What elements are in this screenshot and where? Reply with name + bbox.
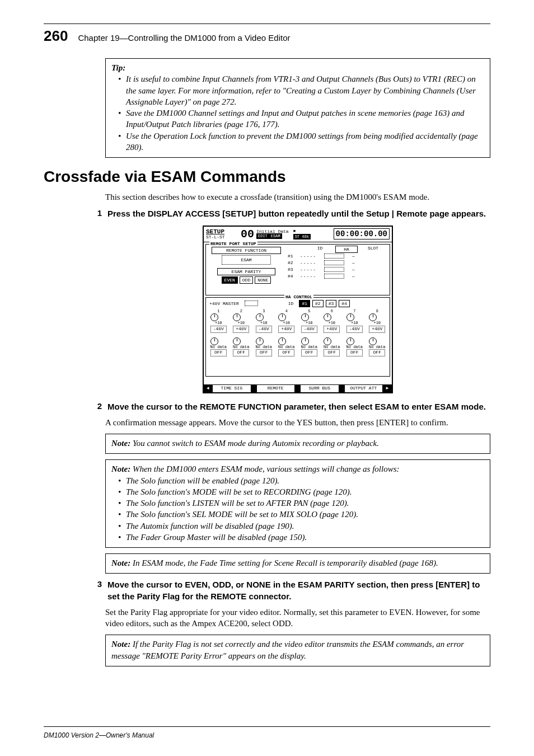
lcd-tab: TIME SIG xyxy=(213,385,251,392)
gain-knob xyxy=(210,313,218,321)
ha-header: HA xyxy=(335,246,358,253)
phantom-btn: -48V xyxy=(346,326,363,333)
ha-em: — xyxy=(352,260,355,265)
knob-num: 2 xyxy=(233,309,249,314)
knob-label: No data xyxy=(256,345,272,350)
note-text: If the Parity Flag is not set correctly … xyxy=(111,640,464,660)
tab-arrow-right: ► xyxy=(383,385,392,392)
off-btn: OFF xyxy=(369,349,385,356)
lcd-section-label: HA CONTROL xyxy=(284,294,313,299)
knob-label: No data xyxy=(301,345,317,350)
tip-item: It is useful to combine Input Channels f… xyxy=(118,73,484,107)
lcd-title: SETUP xyxy=(206,229,238,235)
note-item: The Solo function's SEL MODE will be set… xyxy=(118,509,484,520)
note-label: Note: xyxy=(111,640,130,649)
gain-knob xyxy=(369,313,377,321)
esam-parity-label: ESAM PARITY xyxy=(217,268,275,275)
knob-label: No data xyxy=(346,345,363,350)
note-box: Note: You cannot switch to ESAM mode dur… xyxy=(105,434,490,454)
phantom-btn: -48V xyxy=(256,326,272,333)
ha-row-id: #2 xyxy=(288,260,298,265)
master-label: +48V MASTER xyxy=(209,301,239,306)
knob-val: +10 xyxy=(210,321,227,326)
esam-value: ESAM xyxy=(222,255,271,265)
pan-knob xyxy=(346,337,354,345)
knob-num: 4 xyxy=(278,309,294,314)
phantom-btn: +48V xyxy=(233,326,249,333)
phantom-btn: -48V xyxy=(210,326,227,333)
off-btn: OFF xyxy=(346,349,363,356)
ha-slot-field xyxy=(324,274,344,279)
knob-num: 5 xyxy=(301,309,317,314)
tab-sep xyxy=(251,385,257,392)
id-tab: #1 xyxy=(299,300,310,307)
knob-label: No data xyxy=(278,345,294,350)
id-header: ID xyxy=(305,246,335,253)
tip-label: Tip: xyxy=(111,63,125,72)
id-tab: #2 xyxy=(312,300,324,307)
tip-box: Tip: It is useful to combine Input Chann… xyxy=(105,58,490,158)
id-tab: #3 xyxy=(326,300,337,307)
knob-num: 7 xyxy=(346,309,363,314)
ha-dash: ----- xyxy=(300,267,316,272)
master-field xyxy=(245,300,258,306)
step-text: Press the DISPLAY ACCESS [SETUP] button … xyxy=(107,208,486,219)
note-label: Note: xyxy=(111,558,130,567)
tip-item: Use the Operation Lock function to preve… xyxy=(118,130,484,153)
knob-label: No data xyxy=(369,345,385,350)
step-text: Move the cursor to the REMOTE FUNCTION p… xyxy=(107,401,486,412)
parity-even: EVEN xyxy=(222,276,238,284)
knob-val: +10 xyxy=(369,321,385,326)
id-tab: #4 xyxy=(339,300,350,307)
lcd-scene-num: 00 xyxy=(241,228,254,241)
off-btn: OFF xyxy=(233,349,249,356)
ha-row-id: #1 xyxy=(288,253,298,259)
slot-header: SLOT xyxy=(358,246,388,253)
step-body: A confirmation message appears. Move the… xyxy=(105,417,490,428)
ha-dash: ----- xyxy=(300,253,316,259)
pan-knob xyxy=(210,337,218,345)
off-btn: OFF xyxy=(301,349,317,356)
lcd-tab: SURR BUS xyxy=(301,385,339,392)
knob-num: 3 xyxy=(256,309,272,314)
ha-slot-field xyxy=(324,253,344,259)
gain-knob xyxy=(256,313,264,321)
tab-arrow-left: ◄ xyxy=(204,385,213,392)
ha-slot-field xyxy=(324,260,344,265)
phantom-btn: -48V xyxy=(301,326,317,333)
pan-knob xyxy=(278,337,286,345)
tab-sep xyxy=(339,385,345,392)
lcd-tab: OUTPUT ATT xyxy=(345,385,383,392)
footer-text: DM1000 Version 2—Owner's Manual xyxy=(44,731,154,739)
note-item: The Automix function will be disabled (p… xyxy=(118,520,484,532)
step-3: 3 Move the cursor to EVEN, ODD, or NONE … xyxy=(94,579,490,602)
note-text: In ESAM mode, the Fade Time setting for … xyxy=(133,558,438,567)
knob-val: +10 xyxy=(278,321,294,326)
step-number: 1 xyxy=(94,208,102,219)
tip-item: Save the DM1000 Channel settings and Inp… xyxy=(118,107,484,130)
id-label: ID xyxy=(288,301,294,306)
ha-em: — xyxy=(352,274,355,279)
ha-slot-field xyxy=(324,267,344,272)
note-lead: When the DM1000 enters ESAM mode, variou… xyxy=(133,464,400,473)
lcd-esam-badge: ESAM xyxy=(269,233,282,239)
step-2: 2 Move the cursor to the REMOTE FUNCTION… xyxy=(94,401,490,412)
knob-num: 8 xyxy=(369,309,385,314)
off-btn: OFF xyxy=(256,349,272,356)
knob-val: +10 xyxy=(256,321,272,326)
off-btn: OFF xyxy=(278,349,294,356)
gain-knob xyxy=(278,313,286,321)
note-label: Note: xyxy=(111,464,130,473)
lcd-screenshot: SETUP ST-L-ST 00 Initial Data EDITESAM ■… xyxy=(203,226,393,393)
page-header: 260 Chapter 19—Controlling the DM1000 fr… xyxy=(44,27,490,45)
note-item: The Solo function's LISTEN will be set t… xyxy=(118,497,484,509)
ha-dash: ----- xyxy=(300,260,316,265)
step-number: 2 xyxy=(94,401,102,412)
lcd-tab: REMOTE xyxy=(257,385,296,392)
step-1: 1 Press the DISPLAY ACCESS [SETUP] butto… xyxy=(94,208,490,219)
intro-text: This section describes how to execute a … xyxy=(105,191,490,203)
step-number: 3 xyxy=(94,579,102,602)
pan-knob xyxy=(256,337,264,345)
gain-knob xyxy=(233,313,241,321)
note-label: Note: xyxy=(111,439,130,448)
